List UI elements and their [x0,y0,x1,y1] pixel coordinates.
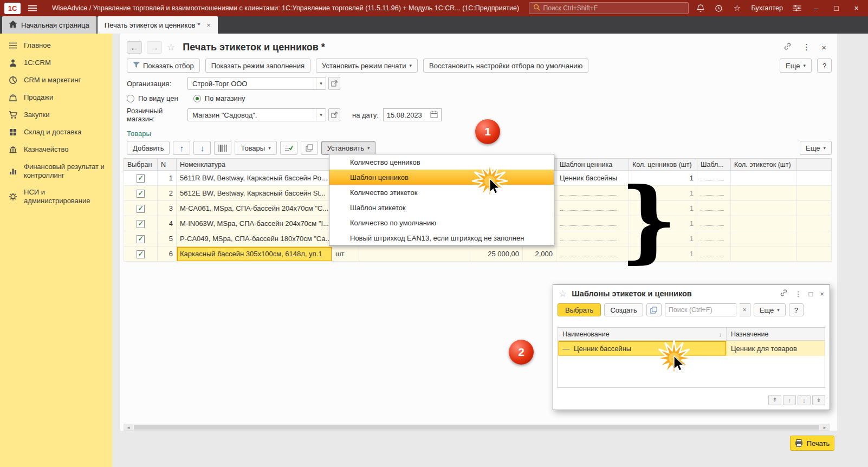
popup-maximize-icon[interactable]: □ [809,290,813,298]
minimize-button[interactable]: – [809,2,824,15]
col-selected[interactable]: Выбран [124,159,158,171]
sidebar-item-purchases[interactable]: Закупки [0,106,112,124]
popup-more-button[interactable]: Еще ▾ [754,303,786,316]
sidebar-item-nsi-administration[interactable]: НСИ и администрирование [0,184,112,209]
checkbox-checked[interactable] [137,174,145,183]
check-all-button[interactable] [280,141,297,155]
select-button[interactable]: Выбрать [558,303,601,316]
radio-by-store[interactable]: По магазину [193,94,245,102]
restore-defaults-button[interactable]: Восстановить настройки отбора по умолчан… [423,59,588,73]
create-button[interactable]: Создать [604,303,643,316]
user-menu-sliders-icon[interactable] [791,2,804,14]
search-input[interactable] [543,4,684,12]
qty-cell[interactable]: 2,000 [523,247,556,262]
more-kebab-icon[interactable]: ⋮ [795,290,802,298]
set-menu-button[interactable]: Установить ▾ [321,141,376,155]
copy-template-button[interactable] [646,303,662,316]
tab-close-icon[interactable]: × [206,21,211,29]
nomenclature-cell[interactable]: M-CA061, MSpa, СПА-бассейн 204х70см "С..… [177,201,332,216]
nomenclature-cell[interactable]: 5611R BW, Bestway, Каркасный бассейн Ро.… [177,171,332,186]
combo-dropdown-icon[interactable]: ▾ [316,77,326,89]
popup-search-field[interactable] [665,303,736,316]
favorite-star-icon[interactable]: ☆ [167,42,175,53]
sidebar-item-sales[interactable]: Продажи [0,89,112,106]
favorites-icon[interactable]: ☆ [731,2,744,14]
col-template[interactable]: Шаблон ценника [556,159,629,171]
table-row-selected[interactable]: 6 Каркасный бассейн 305х100см, 6148л, уп… [124,247,832,262]
menu-item-default-count[interactable]: Количество по умолчанию [329,215,554,230]
col-purpose[interactable]: Назначение [727,328,825,340]
tab-home[interactable]: Начальная страница [2,16,96,34]
current-user[interactable]: Бухгалтер [752,4,783,12]
history-icon[interactable] [712,2,726,14]
retail-store-open-button[interactable] [328,108,340,121]
more-button[interactable]: Еще ▾ [780,59,812,73]
popup-help-button[interactable]: ? [789,303,804,316]
scroll-right-icon[interactable]: ▸ [820,424,829,430]
checkbox-checked[interactable] [137,250,145,258]
set-print-mode-button[interactable]: Установить режим печати ▾ [316,59,418,73]
goods-menu-button[interactable]: Товары ▾ [235,141,276,155]
scroll-left-icon[interactable]: ◂ [124,424,133,430]
get-link-icon[interactable] [783,42,792,52]
go-last-button[interactable]: ↡ [812,395,825,405]
checkbox-checked[interactable] [137,205,145,213]
col-name[interactable]: Наименование ↓ [558,328,727,340]
print-button[interactable]: Печать [790,436,834,451]
help-button[interactable]: ? [817,59,832,73]
checkbox-checked[interactable] [137,190,145,198]
close-window-button[interactable]: × [849,2,864,15]
show-fill-mode-button[interactable]: Показать режим заполнения [205,59,310,73]
sidebar-item-financial-result[interactable]: Финансовый результат и контроллинг [0,158,112,184]
move-up-button[interactable]: ↑ [173,141,190,155]
horizontal-scrollbar[interactable]: ◂ ▸ [124,424,830,431]
barcode-scan-button[interactable] [214,141,231,155]
sidebar-item-crm-marketing[interactable]: CRM и маркетинг [0,72,112,89]
menu-item-price-tag-template[interactable]: Шаблон ценников [329,170,554,185]
go-first-button[interactable]: ↟ [768,395,781,405]
col-template-short[interactable]: Шабл... [697,159,731,171]
checkbox-checked[interactable] [137,220,145,228]
maximize-button[interactable]: □ [829,2,844,15]
calendar-icon[interactable] [430,111,438,120]
more-kebab-icon[interactable]: ⋮ [802,42,811,52]
organization-open-button[interactable] [328,77,340,90]
organization-combo[interactable]: Строй-Торг ООО ▾ [187,77,326,90]
col-labels[interactable]: Кол. этикеток (шт) [731,159,797,171]
scrollbar-thumb[interactable] [134,425,819,430]
goods-more-button[interactable]: Еще ▾ [800,141,832,155]
checkbox-checked[interactable] [137,235,145,243]
menu-item-label-count[interactable]: Количество этикеток [329,185,554,200]
nomenclature-cell[interactable]: 5612E BW, Bestway, Каркасный бассейн St.… [177,186,332,201]
tab-print-labels[interactable]: Печать этикеток и ценников * × [98,16,218,34]
close-form-icon[interactable]: × [821,43,826,52]
main-menu-icon[interactable] [26,2,39,14]
menu-item-new-ean13[interactable]: Новый штрихкод EAN13, если штрихкод не з… [329,230,554,245]
sidebar-item-main[interactable]: Главное [0,37,112,54]
add-row-button[interactable]: Добавить [127,141,170,155]
unit-cell[interactable]: шт [332,247,359,262]
radio-by-price-type[interactable]: По виду цен [127,94,178,102]
popup-close-icon[interactable]: × [820,290,824,298]
go-up-button[interactable]: ↑ [783,395,796,405]
price-cell[interactable]: 25 000,00 [470,247,523,262]
nomenclature-cell[interactable]: M-IN063W, MSpa, СПА-бассейн 204х70см "I.… [177,216,332,231]
sidebar-item-warehouse[interactable]: Склад и доставка [0,124,112,141]
nav-forward-button[interactable]: → [147,41,162,54]
sidebar-item-treasury[interactable]: Казначейство [0,141,112,158]
combo-dropdown-icon[interactable]: ▾ [316,109,326,121]
nomenclature-cell[interactable]: P-CA049, MSpa, СПА-бассейн 180х70см "Са.… [177,231,332,247]
clear-search-icon[interactable]: × [740,303,750,316]
sidebar-item-1c-crm[interactable]: 1С:CRM [0,54,112,72]
menu-item-price-tag-count[interactable]: Количество ценников [329,154,554,170]
menu-item-label-template[interactable]: Шаблон этикеток [329,200,554,215]
global-search[interactable] [529,2,689,14]
date-input[interactable]: 15.08.2023 [383,108,442,121]
get-link-icon[interactable] [780,289,788,299]
show-filter-button[interactable]: Показать отбор [127,59,200,73]
nomenclature-cell-active[interactable]: Каркасный бассейн 305х100см, 6148л, уп.1 [177,247,332,262]
notifications-icon[interactable] [694,2,707,14]
retail-store-combo[interactable]: Магазин "Садовод". ▾ [187,108,326,121]
popup-search-input[interactable] [669,306,733,314]
col-n[interactable]: N [158,159,177,171]
